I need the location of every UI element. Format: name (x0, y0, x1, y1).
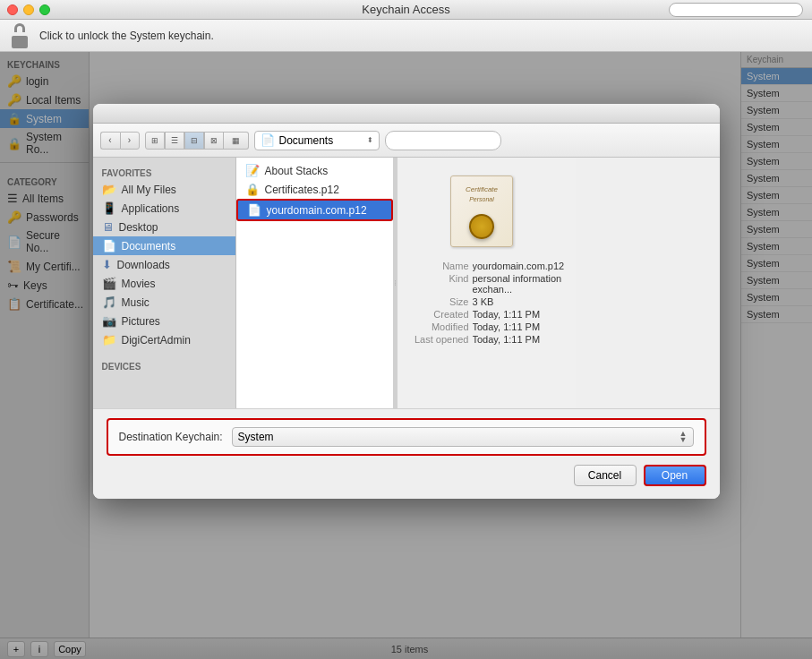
traffic-lights (7, 4, 50, 15)
fav-label-music: Music (122, 296, 150, 309)
fav-applications[interactable]: 📱 Applications (93, 199, 235, 218)
title-bar: Keychain Access (0, 0, 812, 20)
nav-forward-button[interactable]: › (120, 132, 140, 150)
nav-forward-icon: › (128, 135, 131, 145)
open-button[interactable]: Open (644, 465, 706, 486)
fav-label-desktop: Desktop (119, 221, 158, 234)
view-list-button[interactable]: ☰ (165, 132, 184, 150)
fav-label-all-my-files: All My Files (122, 184, 176, 196)
fav-label-downloads: Downloads (117, 259, 170, 271)
file-dialog: ‹ › ⊞ ☰ ⊟ ⊠ ▦ 📄 (93, 104, 720, 499)
location-arrow-icon: ⬍ (367, 136, 373, 144)
nav-back-icon: ‹ (108, 135, 111, 145)
view-arrange-button[interactable]: ▦ (224, 132, 249, 150)
file-item-yourdomain[interactable]: 📄 yourdomain.com.p12 (236, 199, 393, 221)
destination-keychain-row: Destination Keychain: System ▲ ▼ (107, 418, 706, 456)
fav-music[interactable]: 🎵 Music (93, 293, 235, 312)
main-content: Keychains 🔑 login 🔑 Local Items 🔒 System… (0, 52, 812, 659)
modified-value: Today, 1:11 PM (473, 321, 567, 332)
unlock-bar: Click to unlock the System keychain. (0, 20, 812, 52)
fav-downloads[interactable]: ⬇ Downloads (93, 255, 235, 274)
dialog-overlay: ‹ › ⊞ ☰ ⊟ ⊠ ▦ 📄 (0, 52, 812, 659)
yourdomain-icon: 📄 (247, 203, 261, 217)
fav-label-pictures: Pictures (122, 315, 160, 328)
certificate-preview-icon (450, 175, 522, 247)
file-item-about-stacks[interactable]: 📝 About Stacks (236, 161, 393, 180)
favorites-section-label: FAVORITES (93, 165, 235, 180)
title-search-area (669, 3, 803, 17)
minimize-button[interactable] (23, 4, 34, 15)
file-name-certificates-p12: Certificates.p12 (265, 184, 339, 196)
kind-value: personal information exchan... (473, 273, 567, 295)
location-dropdown[interactable]: 📄 Documents ⬍ (254, 131, 380, 150)
unlock-text: Click to unlock the System keychain. (39, 30, 214, 42)
window-title: Keychain Access (362, 3, 449, 16)
downloads-icon: ⬇ (102, 258, 112, 271)
applications-icon: 📱 (102, 201, 116, 215)
size-label: Size (406, 296, 469, 307)
fav-label-movies: Movies (122, 278, 156, 290)
nav-back-button[interactable]: ‹ (100, 132, 120, 150)
desktop-icon: 🖥 (102, 220, 114, 234)
created-label: Created (406, 309, 469, 320)
about-stacks-icon: 📝 (245, 164, 260, 177)
main-search-input[interactable] (669, 3, 803, 17)
digicertadmin-icon: 📁 (102, 333, 116, 347)
kind-label: Kind (406, 273, 469, 295)
destination-dropdown-arrow: ▲ ▼ (680, 431, 688, 443)
certs-p12-icon: 🔒 (245, 183, 260, 196)
location-label: Documents (279, 134, 334, 147)
last-opened-label: Last opened (406, 334, 469, 345)
fav-pictures[interactable]: 📷 Pictures (93, 312, 235, 330)
documents-icon: 📄 (102, 239, 116, 252)
size-value: 3 KB (473, 296, 567, 307)
maximize-button[interactable] (39, 4, 50, 15)
destination-label: Destination Keychain: (119, 431, 223, 443)
pictures-icon: 📷 (102, 314, 116, 328)
dialog-search-input[interactable] (385, 131, 501, 150)
music-icon: 🎵 (102, 295, 116, 309)
destination-value: System (238, 431, 274, 443)
created-value: Today, 1:11 PM (473, 309, 567, 320)
close-button[interactable] (7, 4, 18, 15)
file-name-yourdomain: yourdomain.com.p12 (267, 204, 367, 217)
lock-icon[interactable] (9, 23, 30, 48)
dialog-body: FAVORITES 📂 All My Files 📱 Applications … (93, 158, 720, 408)
view-coverflow-button[interactable]: ⊠ (204, 132, 224, 150)
modified-label: Modified (406, 321, 469, 332)
location-folder-icon: 📄 (261, 133, 275, 147)
file-info: Name yourdomain.com.p12 Kind personal in… (406, 259, 567, 347)
preview-panel: Name yourdomain.com.p12 Kind personal in… (397, 158, 576, 408)
dialog-bottom: Destination Keychain: System ▲ ▼ Cancel … (93, 408, 720, 499)
cancel-button[interactable]: Cancel (574, 465, 637, 486)
view-button-group: ⊞ ☰ ⊟ ⊠ ▦ (145, 132, 249, 150)
file-list-panel: 📝 About Stacks 🔒 Certificates.p12 📄 your… (236, 158, 393, 408)
movies-icon: 🎬 (102, 277, 116, 290)
dialog-buttons: Cancel Open (107, 465, 706, 490)
fav-all-my-files[interactable]: 📂 All My Files (93, 180, 235, 199)
nav-button-group: ‹ › (100, 132, 140, 150)
fav-label-applications: Applications (122, 202, 180, 215)
dialog-toolbar: ‹ › ⊞ ☰ ⊟ ⊠ ▦ 📄 (93, 124, 720, 158)
fav-label-documents: Documents (122, 240, 176, 252)
fav-desktop[interactable]: 🖥 Desktop (93, 218, 235, 236)
destination-keychain-select[interactable]: System ▲ ▼ (232, 427, 694, 447)
file-item-certificates-p12[interactable]: 🔒 Certificates.p12 (236, 180, 393, 199)
fav-digicertadmin[interactable]: 📁 DigiCertAdmin (93, 330, 235, 349)
name-label: Name (406, 261, 469, 271)
dialog-titlebar (93, 104, 720, 124)
all-my-files-icon: 📂 (102, 183, 116, 196)
name-value: yourdomain.com.p12 (473, 261, 567, 271)
file-name-about-stacks: About Stacks (265, 165, 329, 177)
devices-section-label: DEVICES (93, 358, 235, 373)
last-opened-value: Today, 1:11 PM (473, 334, 567, 345)
view-icon-button[interactable]: ⊞ (145, 132, 165, 150)
fav-label-digicertadmin: DigiCertAdmin (122, 334, 191, 347)
favorites-panel: FAVORITES 📂 All My Files 📱 Applications … (93, 158, 236, 408)
fav-movies[interactable]: 🎬 Movies (93, 274, 235, 293)
fav-documents[interactable]: 📄 Documents (93, 236, 235, 255)
view-columns-button[interactable]: ⊟ (184, 132, 204, 150)
panel-divider[interactable] (393, 158, 397, 408)
